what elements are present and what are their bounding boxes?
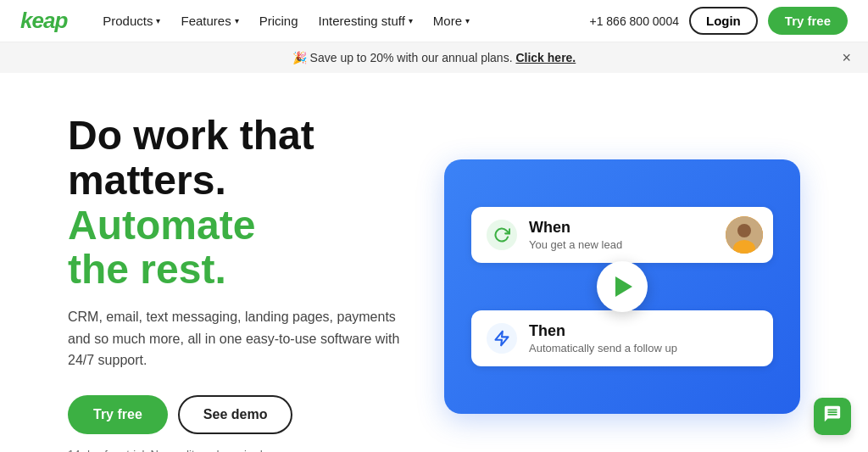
svg-marker-3: [496, 332, 509, 346]
try-free-nav-button[interactable]: Try free: [768, 7, 848, 35]
then-icon: [487, 323, 517, 354]
hero-visual: When You get a new lead: [444, 159, 800, 414]
then-card-text: Then Automatically send a follow up: [529, 322, 677, 354]
hero-subtext: CRM, email, text messaging, landing page…: [68, 306, 403, 371]
nav-more[interactable]: More ▾: [425, 8, 478, 33]
hero-right: When You get a new lead: [444, 159, 800, 414]
chevron-down-icon: ▾: [465, 16, 470, 25]
chat-icon: [823, 405, 842, 428]
chat-bubble-button[interactable]: [814, 398, 851, 435]
hero-heading: Do work that matters. Automate the rest.: [68, 114, 403, 293]
navigation: keap Products ▾ Features ▾ Pricing Inter…: [0, 0, 868, 42]
chevron-down-icon: ▾: [409, 16, 413, 25]
see-demo-button[interactable]: See demo: [178, 395, 293, 434]
hero-buttons: Try free See demo: [68, 395, 403, 434]
when-card: When You get a new lead: [471, 207, 773, 263]
svg-point-1: [737, 224, 751, 237]
nav-features[interactable]: Features ▾: [172, 8, 247, 33]
play-icon: [615, 276, 632, 297]
nav-interesting[interactable]: Interesting stuff ▾: [310, 8, 421, 33]
play-button[interactable]: [597, 261, 648, 312]
avatar: [726, 216, 763, 254]
trial-note: 14-day free trial. No credit card requir…: [68, 448, 403, 452]
try-free-hero-button[interactable]: Try free: [68, 395, 168, 434]
phone-number: +1 866 800 0004: [589, 14, 679, 28]
chevron-down-icon: ▾: [156, 16, 160, 25]
hero-left: Do work that matters. Automate the rest.…: [68, 114, 403, 452]
login-button[interactable]: Login: [689, 7, 758, 35]
announcement-bar: 🎉 Save up to 20% with our annual plans. …: [0, 42, 868, 73]
nav-right: +1 866 800 0004 Login Try free: [589, 7, 848, 35]
nav-links: Products ▾ Features ▾ Pricing Interestin…: [94, 8, 589, 33]
announcement-emoji: 🎉: [292, 51, 307, 64]
when-card-text: When You get a new lead: [529, 219, 622, 251]
announcement-link[interactable]: Click here.: [515, 51, 576, 64]
logo[interactable]: keap: [20, 8, 67, 34]
then-card: Then Automatically send a follow up: [471, 310, 773, 366]
hero-section: Do work that matters. Automate the rest.…: [0, 73, 868, 452]
nav-products[interactable]: Products ▾: [94, 8, 169, 33]
nav-pricing[interactable]: Pricing: [251, 8, 307, 33]
announcement-text: Save up to 20% with our annual plans.: [310, 51, 513, 64]
when-icon: [487, 220, 517, 250]
announcement-close-button[interactable]: ×: [842, 49, 851, 67]
chevron-down-icon: ▾: [235, 16, 239, 25]
